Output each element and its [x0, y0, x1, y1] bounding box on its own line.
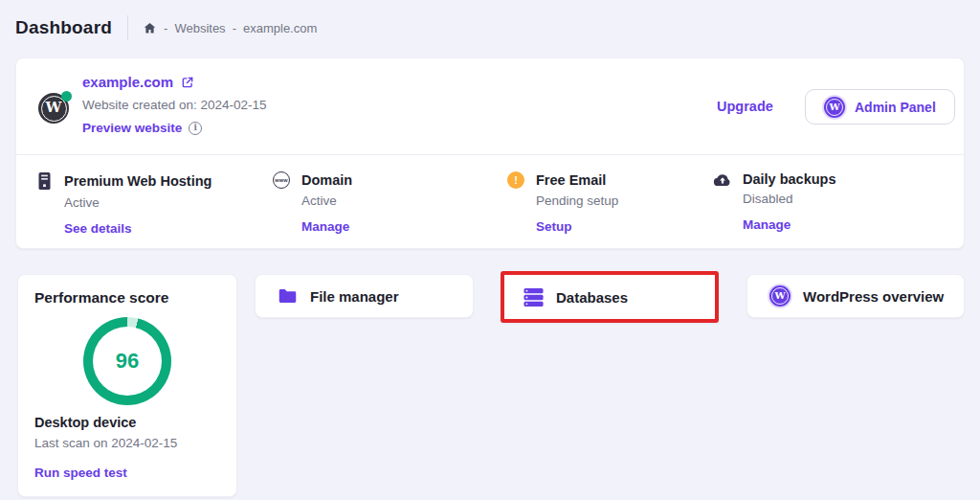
online-status-dot — [61, 91, 72, 102]
databases-label: Databases — [556, 289, 628, 306]
service-premium-web-hosting: Premium Web Hosting Active See details — [34, 154, 212, 236]
preview-website-link[interactable]: Preview website — [82, 121, 182, 135]
service-title: Free Email — [536, 172, 606, 188]
website-card: W example.com Website created on: 2024-0… — [15, 57, 965, 249]
databases-card-highlighted[interactable]: Databases — [501, 271, 719, 323]
service-title: Domain — [301, 172, 352, 188]
service-status: Pending setup — [536, 193, 618, 208]
manage-backups-link[interactable]: Manage — [743, 217, 836, 232]
warning-icon: ! — [506, 171, 525, 189]
performance-last-scan: Last scan on 2024-02-15 — [34, 436, 220, 450]
service-title: Daily backups — [743, 171, 836, 187]
service-status: Active — [64, 195, 212, 210]
admin-panel-label: Admin Panel — [855, 100, 936, 115]
service-free-email: ! Free Email Pending setup Setup — [506, 154, 618, 234]
globe-www-icon: www — [272, 171, 291, 189]
wordpress-letter: W — [46, 101, 62, 115]
setup-email-link[interactable]: Setup — [536, 219, 618, 234]
breadcrumb-item-websites[interactable]: Websites — [174, 21, 225, 35]
performance-device: Desktop device — [34, 415, 220, 430]
wordpress-icon: W — [769, 285, 791, 307]
file-manager-label: File manager — [310, 288, 399, 305]
performance-score-card: Performance score 96 Desktop device Last… — [17, 274, 237, 497]
breadcrumb-separator: - — [233, 21, 236, 35]
wordpress-site-logo-icon: W — [38, 93, 69, 124]
service-title: Premium Web Hosting — [64, 173, 212, 189]
breadcrumb-separator: - — [164, 21, 167, 35]
home-icon[interactable] — [143, 21, 157, 35]
breadcrumb-item-domain[interactable]: example.com — [243, 21, 317, 35]
performance-title: Performance score — [34, 289, 220, 307]
domain-name: example.com — [82, 74, 173, 90]
site-created-date: Website created on: 2024-02-15 — [82, 98, 267, 112]
database-icon — [523, 287, 544, 307]
server-icon — [34, 171, 54, 191]
header-divider — [127, 15, 128, 40]
folder-icon — [278, 287, 298, 305]
upgrade-link[interactable]: Upgrade — [717, 99, 773, 114]
service-domain: www Domain Active Manage — [272, 154, 352, 234]
run-speed-test-link[interactable]: Run speed test — [34, 466, 220, 480]
performance-score-value: 96 — [116, 349, 139, 374]
wordpress-overview-label: WordPress overview — [803, 288, 944, 305]
manage-domain-link[interactable]: Manage — [301, 219, 352, 234]
page-header: Dashboard - Websites - example.com — [15, 12, 317, 43]
breadcrumb: - Websites - example.com — [143, 21, 317, 35]
site-info: example.com Website created on: 2024-02-… — [82, 74, 267, 135]
page-title: Dashboard — [15, 17, 112, 38]
service-status: Active — [301, 193, 352, 208]
admin-panel-button[interactable]: W Admin Panel — [805, 89, 955, 125]
info-icon[interactable]: i — [189, 122, 202, 135]
service-status: Disabled — [743, 192, 836, 206]
external-link-icon — [181, 76, 194, 89]
wordpress-icon: W — [824, 97, 845, 118]
see-details-link[interactable]: See details — [64, 221, 212, 236]
file-manager-card[interactable]: File manager — [255, 274, 474, 318]
wordpress-overview-card[interactable]: W WordPress overview — [746, 274, 965, 318]
performance-gauge: 96 — [83, 317, 171, 405]
domain-link[interactable]: example.com — [82, 74, 267, 90]
cloud-backup-icon — [713, 171, 732, 187]
service-daily-backups: Daily backups Disabled Manage — [713, 154, 836, 232]
